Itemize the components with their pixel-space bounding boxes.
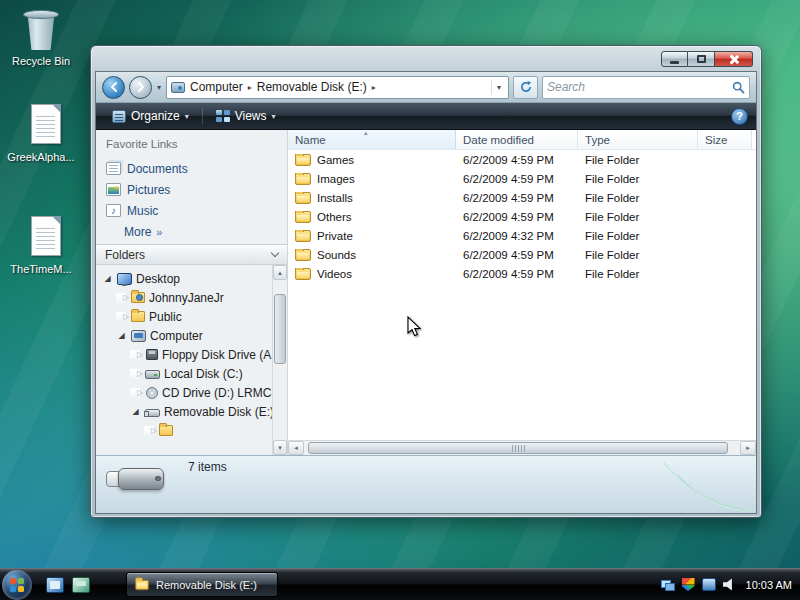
expander-icon[interactable]: ▷ (130, 388, 141, 397)
refresh-icon (519, 80, 533, 94)
window-titlebar[interactable] (95, 46, 757, 71)
sidebar-item-music[interactable]: ♪ Music (96, 200, 287, 221)
breadcrumb-dropdown-caret[interactable]: ▾ (491, 80, 504, 95)
navigation-bar: ▾ Computer ▸ Removable Disk (E:) ▸ ▾ (96, 72, 756, 103)
help-button[interactable]: ? (731, 108, 748, 125)
scroll-left-button[interactable]: ◂ (288, 441, 304, 455)
expander-icon[interactable]: ▷ (144, 426, 155, 435)
forward-button[interactable] (129, 76, 152, 99)
recent-pages-caret[interactable]: ▾ (157, 83, 161, 92)
tree-item-public[interactable]: ▷ Public (96, 307, 272, 326)
tree-item-local-disk[interactable]: ▷ Local Disk (C:) (96, 364, 272, 383)
file-row-installs[interactable]: Installs 6/2/2009 4:59 PM File Folder (288, 188, 756, 207)
folder-icon (131, 311, 145, 322)
favorite-links-section: Favorite Links Documents Pictures ♪ Musi… (96, 130, 287, 244)
sort-ascending-icon: ▴ (364, 129, 368, 137)
back-button[interactable] (102, 76, 125, 99)
quick-launch-explorer-icon[interactable] (72, 577, 90, 593)
taskbar-clock[interactable]: 10:03 AM (746, 579, 792, 591)
start-button[interactable] (2, 570, 32, 600)
breadcrumb-item-removable-disk[interactable]: Removable Disk (E:) (255, 79, 369, 95)
tree-scrollbar[interactable]: ▴ ▾ (272, 265, 287, 455)
file-date: 6/2/2009 4:59 PM (456, 268, 578, 280)
tree-item-removable-disk[interactable]: ◢ Removable Disk (E:) (96, 402, 272, 421)
usb-hole (155, 476, 161, 481)
scroll-right-button[interactable]: ▸ (740, 441, 756, 455)
floppy-drive-icon (146, 349, 158, 360)
details-pane: 7 items (96, 455, 756, 513)
organize-button[interactable]: Organize ▾ (104, 106, 197, 126)
scroll-down-button[interactable]: ▾ (273, 440, 287, 455)
more-links[interactable]: More » (96, 221, 287, 242)
search-box[interactable] (542, 76, 750, 99)
minimize-button[interactable] (661, 51, 688, 67)
quick-launch-show-desktop-icon[interactable] (46, 577, 64, 593)
expander-icon[interactable]: ▷ (130, 350, 141, 359)
close-button[interactable] (715, 51, 753, 67)
column-header-size[interactable]: Size (698, 130, 752, 149)
scrollbar-track[interactable] (273, 280, 287, 440)
file-row-videos[interactable]: Videos 6/2/2009 4:59 PM File Folder (288, 264, 756, 283)
search-input[interactable] (547, 80, 732, 94)
expander-icon[interactable]: ▷ (116, 312, 127, 321)
chevron-right-icon[interactable]: ▸ (372, 82, 376, 92)
display-icon[interactable] (702, 578, 716, 591)
file-row-others[interactable]: Others 6/2/2009 4:59 PM File Folder (288, 207, 756, 226)
tree-item-desktop[interactable]: ◢ Desktop (96, 269, 272, 288)
scrollbar-thumb[interactable] (274, 294, 286, 364)
drive-icon (171, 82, 185, 93)
scroll-up-button[interactable]: ▴ (273, 265, 287, 280)
views-icon (216, 110, 230, 123)
expander-icon[interactable]: ◢ (102, 274, 113, 283)
folders-label: Folders (105, 248, 145, 262)
desktop-icon-thetimem[interactable]: TheTimeM... (4, 214, 78, 275)
column-header-type[interactable]: Type (578, 130, 698, 149)
column-header-date-modified[interactable]: Date modified (456, 130, 578, 149)
file-row-sounds[interactable]: Sounds 6/2/2009 4:59 PM File Folder (288, 245, 756, 264)
file-row-private[interactable]: Private 6/2/2009 4:32 PM File Folder (288, 226, 756, 245)
column-label: Size (705, 134, 727, 146)
maximize-button[interactable] (688, 51, 715, 67)
navigation-pane: Favorite Links Documents Pictures ♪ Musi… (96, 130, 288, 455)
main-content: Favorite Links Documents Pictures ♪ Musi… (96, 130, 756, 455)
command-bar: Organize ▾ Views ▾ ? (96, 103, 756, 130)
scrollbar-thumb[interactable] (308, 442, 728, 454)
tree-item-computer[interactable]: ◢ Computer (96, 326, 272, 345)
breadcrumb[interactable]: Computer ▸ Removable Disk (E:) ▸ ▾ (166, 76, 509, 99)
sidebar-item-pictures[interactable]: Pictures (96, 179, 287, 200)
desktop-icon-recycle-bin[interactable]: Recycle Bin (4, 6, 78, 67)
chevron-right-icon[interactable]: ▸ (248, 82, 252, 92)
refresh-button[interactable] (513, 76, 538, 99)
expander-icon[interactable]: ▷ (130, 369, 141, 378)
tree-item-label: JohnnyJaneJr (149, 291, 224, 305)
volume-icon[interactable] (723, 578, 736, 591)
file-list-area: Name ▴ Date modified Type Size (288, 130, 756, 455)
expander-icon[interactable]: ▷ (116, 293, 127, 302)
sidebar-item-documents[interactable]: Documents (96, 158, 287, 179)
tree-item-partial[interactable]: ▷ (96, 421, 272, 440)
sidebar-item-label: Pictures (127, 183, 170, 197)
taskbar-button-removable-disk[interactable]: Removable Disk (E:) (126, 572, 278, 597)
tree-item-floppy[interactable]: ▷ Floppy Disk Drive (A (96, 345, 272, 364)
folders-band[interactable]: Folders (96, 244, 287, 265)
document-icon (19, 214, 63, 260)
expander-icon[interactable]: ◢ (116, 331, 127, 340)
column-header-name[interactable]: Name ▴ (288, 130, 456, 149)
file-type: File Folder (578, 192, 698, 204)
tree-item-johnnyjanejr[interactable]: ▷ JohnnyJaneJr (96, 288, 272, 307)
desktop-icon-greekalpha[interactable]: GreekAlpha... (4, 102, 78, 163)
back-arrow-icon (109, 82, 119, 92)
scrollbar-track[interactable] (304, 441, 740, 455)
file-list-scrollbar[interactable]: ◂ ▸ (288, 440, 756, 455)
search-icon[interactable] (732, 81, 745, 94)
expander-icon[interactable]: ◢ (130, 407, 141, 416)
folder-icon (295, 192, 311, 204)
breadcrumb-item-computer[interactable]: Computer (188, 79, 245, 95)
file-row-images[interactable]: Images 6/2/2009 4:59 PM File Folder (288, 169, 756, 188)
tree-item-cd-drive[interactable]: ▷ CD Drive (D:) LRMCF (96, 383, 272, 402)
views-button[interactable]: Views ▾ (208, 106, 284, 126)
security-shield-icon[interactable] (682, 578, 695, 591)
document-icon (19, 102, 63, 148)
network-icon[interactable] (661, 578, 675, 591)
file-row-games[interactable]: Games 6/2/2009 4:59 PM File Folder (288, 150, 756, 169)
